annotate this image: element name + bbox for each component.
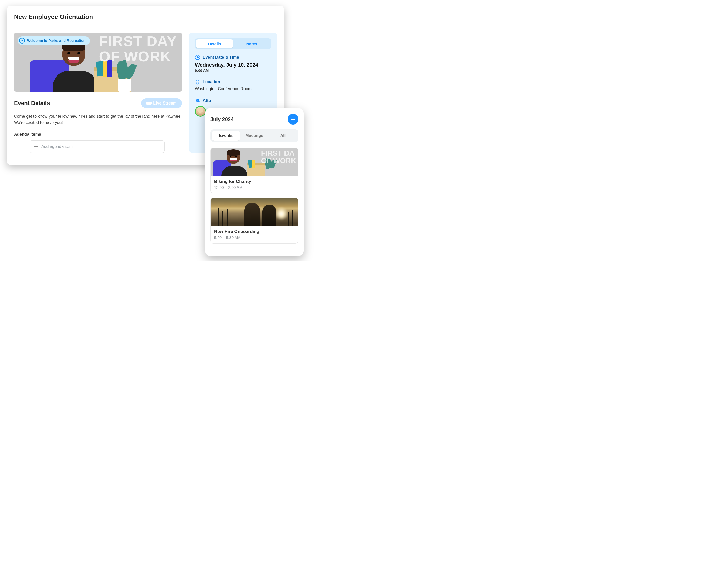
location-label: Location <box>203 80 220 84</box>
hero-overlay-text: FIRST DAY OF WORK <box>99 34 177 64</box>
add-event-button[interactable] <box>287 114 299 125</box>
agenda-placeholder: Add agenda item <box>41 144 73 149</box>
event-card-time: 12:00 – 2:00 AM <box>214 185 295 190</box>
card-hero-line2: OF WORK <box>261 157 296 164</box>
event-card-title: New Hire Onboarding <box>214 229 295 234</box>
illustration-book <box>251 160 254 168</box>
tab-notes[interactable]: Notes <box>233 39 270 48</box>
tab-events[interactable]: Events <box>211 131 240 140</box>
illustration-person <box>244 203 260 226</box>
mobile-events-panel: July 2024 Events Meetings All <box>205 108 304 256</box>
attendees-icon <box>195 98 200 103</box>
illustration-shirt <box>53 71 97 91</box>
details-notes-tabs: Details Notes <box>195 38 271 49</box>
card-hero-text: FIRST DA OF WORK <box>261 150 296 165</box>
event-location: Washington Conference Room <box>195 87 271 91</box>
illustration-reed <box>218 208 219 226</box>
attendees-label-partial: Atte <box>203 98 211 103</box>
event-time: 9:00 AM <box>195 69 271 73</box>
event-card[interactable]: New Hire Onboarding 5:00 – 5:30 AM <box>210 198 299 244</box>
clock-icon <box>195 55 200 60</box>
hero-tag-pill[interactable]: ✦ Welcome to Parks and Recreation! <box>17 36 90 45</box>
illustration-reed <box>227 209 228 226</box>
agenda-heading: Agenda items <box>14 132 182 137</box>
live-stream-button[interactable]: Live Stream <box>141 98 182 108</box>
tab-details[interactable]: Details <box>196 39 233 48</box>
divider <box>14 26 277 27</box>
svg-point-0 <box>197 81 198 82</box>
illustration-reed <box>288 212 289 226</box>
plus-icon <box>34 144 38 149</box>
illustration-sun <box>275 207 288 220</box>
month-title: July 2024 <box>210 117 234 122</box>
hero-pill-label: Welcome to Parks and Recreation! <box>27 39 87 43</box>
illustration-eye <box>235 156 237 157</box>
illustration-mouth <box>68 57 79 63</box>
tab-all[interactable]: All <box>269 131 297 140</box>
datetime-label: Event Date & Time <box>203 55 239 60</box>
event-card-time: 5:00 – 5:30 AM <box>214 235 295 240</box>
svg-point-1 <box>196 99 198 100</box>
page-title: New Employee Orientation <box>14 13 277 20</box>
org-logo-icon: ✦ <box>19 38 25 44</box>
illustration-eye <box>68 52 70 54</box>
mobile-tabs: Events Meetings All <box>210 129 299 142</box>
event-details-heading: Event Details <box>14 100 50 107</box>
event-date: Wednesday, July 10, 2024 <box>195 62 271 68</box>
add-agenda-item-input[interactable]: Add agenda item <box>30 140 164 153</box>
illustration-eye <box>230 156 231 157</box>
svg-point-2 <box>198 99 199 100</box>
illustration-mouth <box>230 158 237 161</box>
illustration-hair <box>227 150 240 156</box>
event-card-title: Biking for Charity <box>214 179 295 184</box>
hero-overlay-line1: FIRST DAY <box>99 34 177 49</box>
event-hero-image: FIRST DAY OF WORK ✦ Welcome to Parks and… <box>14 33 182 91</box>
illustration-reed <box>292 210 292 226</box>
event-card-image: FIRST DA OF WORK <box>210 148 298 176</box>
card-hero-line1: FIRST DA <box>261 150 296 157</box>
event-card[interactable]: FIRST DA OF WORK Biking for Charity 12:0… <box>210 148 299 194</box>
illustration-person <box>263 205 276 226</box>
illustration-reed <box>223 211 223 226</box>
plus-icon <box>291 117 296 122</box>
hero-overlay-line2: OF WORK <box>99 49 177 64</box>
illustration-pot <box>118 79 131 91</box>
live-stream-label: Live Stream <box>153 101 177 106</box>
location-pin-icon <box>195 79 200 85</box>
video-camera-icon <box>146 102 151 105</box>
tab-meetings[interactable]: Meetings <box>240 131 269 140</box>
illustration-eye <box>77 52 80 54</box>
attendee-avatar[interactable] <box>195 106 206 117</box>
event-card-image <box>210 198 298 226</box>
event-description: Come get to know your fellow new hires a… <box>14 113 182 126</box>
